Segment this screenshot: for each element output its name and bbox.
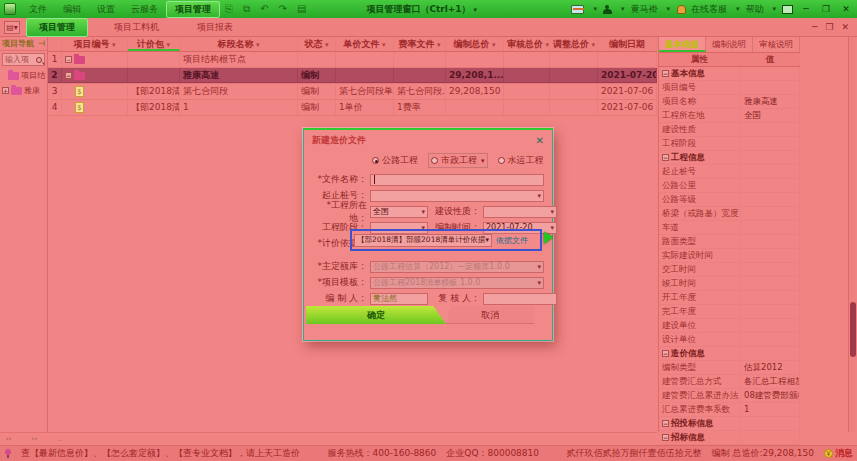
tab-project-management[interactable]: 项目管理 bbox=[26, 18, 88, 37]
scrollbar-thumb[interactable] bbox=[850, 302, 856, 357]
property-group-row[interactable]: −招标信息 bbox=[659, 431, 800, 445]
help-menu[interactable]: 帮助 bbox=[745, 3, 763, 16]
bell-icon[interactable] bbox=[676, 4, 685, 14]
property-row[interactable]: 汇总累进费率系数1 bbox=[659, 403, 800, 417]
tab-basic-info[interactable]: 基本信息 bbox=[659, 37, 706, 52]
property-row[interactable]: 项目名称雅康高速 bbox=[659, 95, 800, 109]
property-row[interactable]: 起止桩号 bbox=[659, 165, 800, 179]
menu-file[interactable]: 文件 bbox=[21, 2, 55, 17]
menu-edit[interactable]: 编辑 bbox=[55, 2, 89, 17]
table-row[interactable]: 2−雅康高速编制29,208,1...2021-07-20 bbox=[48, 68, 657, 84]
redo-icon[interactable]: ↷ bbox=[279, 4, 287, 14]
maximize-button[interactable]: ❐ bbox=[819, 4, 833, 14]
property-group-row[interactable]: −工程信息 bbox=[659, 151, 800, 165]
menu-settings[interactable]: 设置 bbox=[89, 2, 123, 17]
table-row[interactable]: 4$【部2018清...1编制1单价1费率2021-07-06 bbox=[48, 100, 657, 116]
property-row[interactable]: 建设单位 bbox=[659, 319, 800, 333]
radio-water[interactable]: 水运工程 bbox=[498, 154, 544, 167]
user-icon[interactable] bbox=[603, 5, 612, 14]
screenshot-icon[interactable] bbox=[782, 5, 793, 14]
col-unit-price-file[interactable]: 单价文件 bbox=[336, 37, 394, 51]
property-row[interactable]: 建管费汇总累进办法08建管费部颁标准 bbox=[659, 389, 800, 403]
close-button[interactable]: ✕ bbox=[839, 4, 853, 14]
tab-audit-notes[interactable]: 审核说明 bbox=[753, 37, 800, 52]
property-group-row[interactable]: −造价信息 bbox=[659, 347, 800, 361]
menu-cloud[interactable]: 云服务 bbox=[123, 2, 166, 17]
property-row[interactable]: 桥梁（或路基）宽度（ bbox=[659, 207, 800, 221]
minimize-button[interactable]: ─ bbox=[799, 4, 813, 14]
col-rate-file[interactable]: 费率文件 bbox=[394, 37, 446, 51]
property-group-row[interactable]: −基本信息 bbox=[659, 67, 800, 81]
vip-card-icon[interactable] bbox=[571, 5, 584, 14]
undo-icon[interactable]: ↶ bbox=[260, 4, 268, 14]
col-status[interactable]: 状态 bbox=[298, 37, 336, 51]
copy-icon[interactable]: ⧉ bbox=[243, 4, 250, 14]
property-row[interactable]: 公路公里 bbox=[659, 179, 800, 193]
child-close-button[interactable]: ✕ bbox=[841, 22, 849, 32]
property-row[interactable]: 工程所在地全国 bbox=[659, 109, 800, 123]
horizontal-scrollbar[interactable]: ‹‹››‥ bbox=[0, 432, 657, 445]
location-select[interactable]: 全国▾ bbox=[370, 206, 428, 218]
pin-icon[interactable]: ⊣ bbox=[38, 39, 45, 48]
tree-item-project-root[interactable]: 项目结 bbox=[0, 68, 47, 83]
col-project-number[interactable]: 项目编号 bbox=[62, 37, 128, 51]
user-badge[interactable]: 黄马褂 bbox=[630, 3, 657, 16]
col-compiled-total[interactable]: 编制总价 bbox=[446, 37, 504, 51]
tab-list-icon[interactable]: ▤▾ bbox=[4, 21, 20, 34]
property-row[interactable]: 开工年度 bbox=[659, 291, 800, 305]
property-row[interactable]: 设计单位 bbox=[659, 333, 800, 347]
property-row[interactable]: 路面类型 bbox=[659, 235, 800, 249]
tab-project-reports[interactable]: 项目报表 bbox=[185, 19, 245, 36]
author-input[interactable]: 黄法然 bbox=[370, 293, 428, 305]
property-row[interactable]: 交工时间 bbox=[659, 263, 800, 277]
child-restore-button[interactable]: ❐ bbox=[825, 22, 833, 32]
col-adjusted-total[interactable]: 调整总价 bbox=[550, 37, 598, 51]
property-row[interactable]: 建设性质 bbox=[659, 123, 800, 137]
tree-item-yakang[interactable]: + 雅康 bbox=[0, 83, 47, 98]
dialog-close-icon[interactable]: ✕ bbox=[536, 135, 544, 146]
child-minimize-button[interactable]: ─ bbox=[812, 22, 817, 32]
stake-select[interactable]: ▾ bbox=[370, 190, 544, 202]
basis-select[interactable]: 【部2018清】部颁2018清单计价依据▾ bbox=[354, 234, 492, 247]
collapse-icon[interactable]: − bbox=[662, 434, 669, 441]
nature-select[interactable]: ▾ bbox=[483, 206, 557, 218]
cancel-button[interactable]: 取消 bbox=[446, 306, 534, 324]
collapse-icon[interactable]: − bbox=[662, 154, 669, 161]
radio-highway[interactable]: 公路工程 bbox=[372, 154, 418, 167]
property-row[interactable]: 项目编号 bbox=[659, 81, 800, 95]
collapse-icon[interactable]: − bbox=[65, 56, 72, 63]
property-row[interactable]: 竣工时间 bbox=[659, 277, 800, 291]
property-row[interactable]: 编制类型估算2012 bbox=[659, 361, 800, 375]
ok-button[interactable]: 确定 bbox=[306, 306, 446, 324]
property-row[interactable]: 完工年度 bbox=[659, 305, 800, 319]
property-group-row[interactable]: −招投标信息 bbox=[659, 417, 800, 431]
reviewer-input[interactable] bbox=[483, 293, 557, 305]
basis-file-link[interactable]: 依据文件 bbox=[496, 235, 528, 246]
notebook-icon[interactable]: ▤ bbox=[297, 4, 306, 14]
menu-project-management[interactable]: 项目管理 bbox=[166, 1, 220, 18]
vertical-scrollbar[interactable] bbox=[848, 37, 856, 432]
table-row[interactable]: 3$【部2018清...第七合同段编制第七合同段单价第七合同段...29,208… bbox=[48, 84, 657, 100]
file-name-input[interactable] bbox=[370, 174, 544, 186]
col-audit-total[interactable]: 审核总价 bbox=[504, 37, 550, 51]
tab-compile-notes[interactable]: 编制说明 bbox=[706, 37, 753, 52]
property-row[interactable]: 实际建设时间 bbox=[659, 249, 800, 263]
table-row[interactable]: 1−项目结构根节点 bbox=[48, 52, 657, 68]
property-row[interactable]: 车道 bbox=[659, 221, 800, 235]
radio-municipal[interactable]: 市政工程▾ bbox=[428, 153, 488, 168]
collapse-icon[interactable]: − bbox=[65, 72, 72, 79]
collapse-icon[interactable]: − bbox=[662, 350, 669, 357]
col-compile-date[interactable]: 编制日期 bbox=[598, 37, 657, 51]
window-title[interactable]: 项目管理窗口（Ctrl+1）▾ bbox=[366, 3, 477, 16]
collapse-icon[interactable]: − bbox=[662, 420, 669, 427]
property-row[interactable]: 工程阶段 bbox=[659, 137, 800, 151]
collapse-icon[interactable]: − bbox=[662, 70, 669, 77]
tab-project-materials[interactable]: 项目工料机 bbox=[102, 19, 171, 36]
message-button[interactable]: ¥消息 bbox=[824, 447, 853, 460]
paste-icon[interactable]: ⎘ bbox=[225, 4, 233, 14]
col-section-name[interactable]: 标段名称 bbox=[180, 37, 298, 51]
search-input[interactable]: 输入项 bbox=[2, 53, 45, 66]
col-pricing-package[interactable]: 计价包 bbox=[128, 37, 180, 51]
online-service-link[interactable]: 在线客服 bbox=[691, 3, 727, 16]
expand-icon[interactable]: + bbox=[2, 87, 9, 94]
